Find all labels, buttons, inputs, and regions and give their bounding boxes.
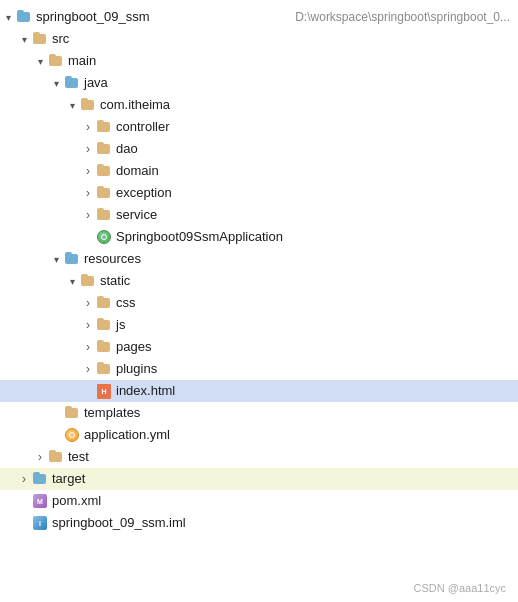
folder-icon [96,163,112,179]
maven-icon: M [32,493,48,509]
arrow-open[interactable] [48,75,64,91]
item-label-indexhtml: index.html [116,380,510,402]
tree-item-templates[interactable]: templates [0,402,518,424]
watermark: CSDN @aaa11cyc [414,582,506,594]
arrow-closed[interactable] [16,471,32,487]
folder-icon [80,97,96,113]
arrow-closed[interactable] [80,185,96,201]
tree-item-springapp[interactable]: Springboot09SsmApplication [0,226,518,248]
folder-icon [96,207,112,223]
tree-item-dao[interactable]: dao [0,138,518,160]
tree-item-root[interactable]: springboot_09_ssmD:\workspace\springboot… [0,6,518,28]
folder-icon [96,185,112,201]
folder-icon [96,141,112,157]
item-label-appyml: application.yml [84,424,510,446]
root-path: D:\workspace\springboot\springboot_0... [295,10,510,24]
item-label-java: java [84,72,510,94]
folder-icon [48,449,64,465]
tree-item-service[interactable]: service [0,204,518,226]
arrow-open[interactable] [0,9,16,25]
folder-icon [64,405,80,421]
arrow-open[interactable] [64,273,80,289]
folder-blue-icon [64,251,80,267]
item-label-plugins: plugins [116,358,510,380]
root-label: springboot_09_ssm [36,6,289,28]
tree-item-iml[interactable]: I springboot_09_ssm.iml [0,512,518,534]
arrow-none [48,405,64,421]
item-label-resources: resources [84,248,510,270]
tree-item-plugins[interactable]: plugins [0,358,518,380]
tree-item-pomxml[interactable]: M pom.xml [0,490,518,512]
tree-item-domain[interactable]: domain [0,160,518,182]
arrow-closed[interactable] [80,141,96,157]
tree-item-test[interactable]: test [0,446,518,468]
tree-item-target[interactable]: target [0,468,518,490]
arrow-closed[interactable] [80,207,96,223]
folder-icon [48,53,64,69]
item-label-src: src [52,28,510,50]
item-label-springapp: Springboot09SsmApplication [116,226,510,248]
folder-icon [96,295,112,311]
tree-item-pages[interactable]: pages [0,336,518,358]
item-label-js: js [116,314,510,336]
arrow-none [16,515,32,531]
tree-item-comitheima[interactable]: com.itheima [0,94,518,116]
item-label-static: static [100,270,510,292]
folder-icon [80,273,96,289]
folder-blue-icon [16,9,32,25]
tree-item-static[interactable]: static [0,270,518,292]
arrow-open[interactable] [16,31,32,47]
item-label-dao: dao [116,138,510,160]
item-label-service: service [116,204,510,226]
item-label-pages: pages [116,336,510,358]
item-label-domain: domain [116,160,510,182]
arrow-closed[interactable] [80,119,96,135]
tree-item-css[interactable]: css [0,292,518,314]
folder-blue-icon [64,75,80,91]
item-label-exception: exception [116,182,510,204]
tree-item-main[interactable]: main [0,50,518,72]
arrow-none [80,229,96,245]
folder-icon [96,119,112,135]
tree-item-indexhtml[interactable]: H index.html [0,380,518,402]
arrow-closed[interactable] [32,449,48,465]
arrow-open[interactable] [32,53,48,69]
item-label-templates: templates [84,402,510,424]
item-label-iml: springboot_09_ssm.iml [52,512,510,534]
item-label-pomxml: pom.xml [52,490,510,512]
spring-icon [96,229,112,245]
folder-blue-icon [32,471,48,487]
folder-icon [96,317,112,333]
arrow-none [16,493,32,509]
arrow-open[interactable] [64,97,80,113]
arrow-open[interactable] [48,251,64,267]
arrow-closed[interactable] [80,163,96,179]
tree-item-controller[interactable]: controller [0,116,518,138]
item-label-target: target [52,468,510,490]
tree-item-exception[interactable]: exception [0,182,518,204]
folder-icon [96,339,112,355]
file-tree: springboot_09_ssmD:\workspace\springboot… [0,0,518,602]
yaml-icon [64,427,80,443]
arrow-none [80,383,96,399]
arrow-closed[interactable] [80,295,96,311]
arrow-closed[interactable] [80,317,96,333]
item-label-comitheima: com.itheima [100,94,510,116]
item-label-css: css [116,292,510,314]
arrow-none [48,427,64,443]
arrow-closed[interactable] [80,361,96,377]
item-label-test: test [68,446,510,468]
tree-item-src[interactable]: src [0,28,518,50]
item-label-controller: controller [116,116,510,138]
folder-icon [32,31,48,47]
html-icon: H [96,383,112,399]
tree-item-java[interactable]: java [0,72,518,94]
folder-icon [96,361,112,377]
iml-icon: I [32,515,48,531]
item-label-main: main [68,50,510,72]
tree-item-appyml[interactable]: application.yml [0,424,518,446]
tree-item-js[interactable]: js [0,314,518,336]
arrow-closed[interactable] [80,339,96,355]
tree-item-resources[interactable]: resources [0,248,518,270]
